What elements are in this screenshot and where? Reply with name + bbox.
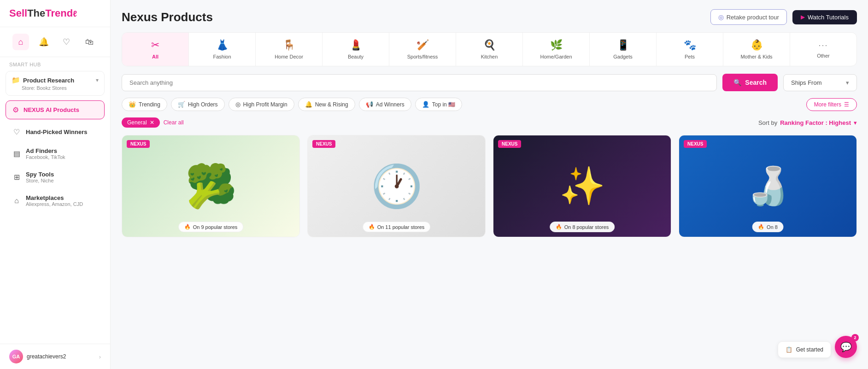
top-in-label: Top in 🇺🇸 bbox=[432, 101, 455, 108]
sidebar-item-marketplaces[interactable]: ⌂ Marketplaces Aliexpress, Amazon, CJD bbox=[6, 190, 105, 211]
remove-filter-icon[interactable]: ✕ bbox=[150, 119, 154, 126]
home-garden-icon: 🌿 bbox=[550, 39, 563, 51]
all-icon: ✂ bbox=[151, 39, 159, 51]
sidebar-item-ad-finders[interactable]: ▤ Ad Finders Facebook, TikTok bbox=[6, 143, 105, 164]
filter-trending[interactable]: 👑 Trending bbox=[122, 98, 167, 111]
search-bar: 🔍 Search Ships From ▾ bbox=[122, 74, 857, 91]
other-icon: ··· bbox=[818, 41, 828, 50]
sort-by-label: Sort by bbox=[758, 119, 777, 126]
chevron-icon: ▾ bbox=[96, 77, 99, 83]
cat-other[interactable]: ··· Other bbox=[790, 33, 856, 66]
cat-home-decor-label: Home Decor bbox=[259, 54, 318, 59]
cat-gadgets[interactable]: 📱 Gadgets bbox=[590, 33, 657, 66]
folder-icon: 📁 bbox=[12, 76, 20, 84]
cat-kitchen-label: Kitchen bbox=[460, 54, 519, 59]
ships-from-arrow-icon: ▾ bbox=[846, 79, 849, 86]
filter-high-orders[interactable]: 🛒 High Orders bbox=[171, 98, 225, 111]
notification-badge: 2 bbox=[851, 334, 859, 341]
fire-icon-2: 🔥 bbox=[369, 224, 375, 230]
retake-label: Retake product tour bbox=[727, 14, 779, 21]
user-initials: GA bbox=[12, 354, 20, 359]
cat-kitchen[interactable]: 🍳 Kitchen bbox=[456, 33, 523, 66]
nexus-ai-item[interactable]: ⚙ NEXUS AI Products bbox=[6, 100, 105, 119]
filter-ad-winners[interactable]: 📢 Ad Winners bbox=[359, 98, 411, 111]
main-content: Nexus Products ◎ Retake product tour ▶ W… bbox=[111, 0, 868, 369]
filter-new-rising[interactable]: 🔔 New & Rising bbox=[298, 98, 355, 111]
nexus-badge-2: NEXUS bbox=[312, 140, 335, 148]
stores-count-4: On 8 bbox=[767, 224, 778, 230]
product-image-4: 🍶 NEXUS 🔥 On 8 bbox=[679, 135, 856, 237]
trending-icon: 👑 bbox=[129, 101, 136, 108]
product-card-1[interactable]: 🥦 NEXUS 🔥 On 9 popular stores bbox=[122, 135, 300, 237]
cat-pets[interactable]: 🐾 Pets bbox=[657, 33, 723, 66]
high-orders-label: High Orders bbox=[188, 101, 218, 108]
clear-all-button[interactable]: Clear all bbox=[164, 119, 184, 126]
stores-count-1: On 9 popular stores bbox=[193, 224, 238, 230]
ships-from-dropdown[interactable]: Ships From ▾ bbox=[783, 74, 857, 91]
spy-tools-label: Spy Tools bbox=[26, 171, 54, 178]
cat-home-garden[interactable]: 🌿 Home/Garden bbox=[523, 33, 590, 66]
stores-count-2: On 11 popular stores bbox=[377, 224, 425, 230]
search-input-wrap bbox=[122, 74, 717, 91]
search-button[interactable]: 🔍 Search bbox=[722, 74, 778, 91]
fire-icon-4: 🔥 bbox=[758, 224, 764, 230]
spy-tools-icon: ⊞ bbox=[12, 173, 21, 182]
popular-stores-2: 🔥 On 11 popular stores bbox=[363, 222, 431, 232]
user-footer[interactable]: GA greatachievers2 › bbox=[0, 344, 110, 369]
cat-all-label: All bbox=[126, 54, 185, 59]
beauty-icon: 💄 bbox=[350, 39, 362, 51]
cat-fashion-label: Fashion bbox=[193, 54, 252, 59]
filter-icon: ☰ bbox=[844, 101, 849, 108]
bag-icon-btn[interactable]: 🛍 bbox=[81, 34, 98, 50]
top-in-icon: 👤 bbox=[422, 101, 429, 108]
bell-icon-btn[interactable]: 🔔 bbox=[35, 34, 52, 50]
product-emoji-4: 🍶 bbox=[745, 164, 791, 208]
cat-sports-label: Sports/fitness bbox=[393, 54, 452, 59]
sidebar-item-winners[interactable]: ♡ Hand-Picked Winners bbox=[6, 123, 105, 141]
product-card-4[interactable]: 🍶 NEXUS 🔥 On 8 bbox=[679, 135, 857, 237]
filter-top-in[interactable]: 👤 Top in 🇺🇸 bbox=[415, 98, 462, 111]
cat-sports[interactable]: 🏏 Sports/fitness bbox=[389, 33, 456, 66]
search-input[interactable] bbox=[129, 79, 709, 86]
watch-tutorials-button[interactable]: ▶ Watch Tutorials bbox=[792, 10, 857, 24]
user-chevron-icon: › bbox=[99, 353, 101, 360]
sort-value[interactable]: Ranking Factor : Highest bbox=[780, 119, 851, 126]
product-research-label: Product Research bbox=[23, 77, 74, 84]
more-filters-button[interactable]: More filters ☰ bbox=[806, 98, 857, 111]
sidebar-item-spy-tools[interactable]: ⊞ Spy Tools Store, Niche bbox=[6, 166, 105, 188]
marketplaces-icon: ⌂ bbox=[12, 197, 21, 205]
product-image-2: 🕐 NEXUS 🔥 On 11 popular stores bbox=[308, 135, 485, 237]
fire-icon-3: 🔥 bbox=[556, 224, 562, 230]
home-icon-btn[interactable]: ⌂ bbox=[12, 34, 29, 50]
product-emoji-3: ✨ bbox=[559, 164, 605, 208]
home-decor-icon: 🪑 bbox=[283, 39, 295, 51]
active-filter-tag[interactable]: General ✕ bbox=[122, 117, 160, 128]
nexus-badge-3: NEXUS bbox=[498, 140, 521, 148]
mother-kids-icon: 👶 bbox=[751, 39, 763, 51]
username-label: greatachievers2 bbox=[27, 353, 66, 360]
play-icon: ▶ bbox=[801, 14, 805, 20]
active-filter-label: General bbox=[127, 119, 147, 126]
product-card-2[interactable]: 🕐 NEXUS 🔥 On 11 popular stores bbox=[307, 135, 486, 237]
new-rising-label: New & Rising bbox=[315, 101, 348, 108]
heart-icon-btn[interactable]: ♡ bbox=[58, 34, 75, 50]
cat-beauty[interactable]: 💄 Beauty bbox=[323, 33, 389, 66]
logo[interactable]: SellTheTrendℓ bbox=[0, 0, 110, 27]
cat-home-decor[interactable]: 🪑 Home Decor bbox=[256, 33, 323, 66]
popular-stores-1: 🔥 On 9 popular stores bbox=[178, 222, 244, 232]
cat-fashion[interactable]: 👗 Fashion bbox=[189, 33, 256, 66]
chat-button[interactable]: 💬 2 bbox=[835, 336, 857, 358]
search-icon: 🔍 bbox=[733, 79, 741, 86]
product-card-3[interactable]: ✨ NEXUS 🔥 On 8 popular stores bbox=[493, 135, 671, 237]
get-started-button[interactable]: 📋 Get started bbox=[778, 341, 831, 358]
sort-wrap: Sort by Ranking Factor : Highest ▾ bbox=[758, 119, 857, 126]
product-image-3: ✨ NEXUS 🔥 On 8 popular stores bbox=[493, 135, 671, 237]
product-research-item[interactable]: 📁 Product Research ▾ Store: Bookz Stores bbox=[6, 71, 105, 96]
retake-button[interactable]: ◎ Retake product tour bbox=[710, 9, 787, 25]
cat-mother-kids[interactable]: 👶 Mother & Kids bbox=[723, 33, 790, 66]
nexus-label: NEXUS AI Products bbox=[23, 106, 79, 113]
get-started-icon: 📋 bbox=[786, 346, 792, 353]
sidebar: SellTheTrendℓ ⌂ 🔔 ♡ 🛍 Smart Hub 📁 Produc… bbox=[0, 0, 111, 369]
cat-all[interactable]: ✂ All bbox=[122, 33, 189, 66]
filter-high-profit[interactable]: ◎ High Profit Margin bbox=[229, 98, 294, 111]
